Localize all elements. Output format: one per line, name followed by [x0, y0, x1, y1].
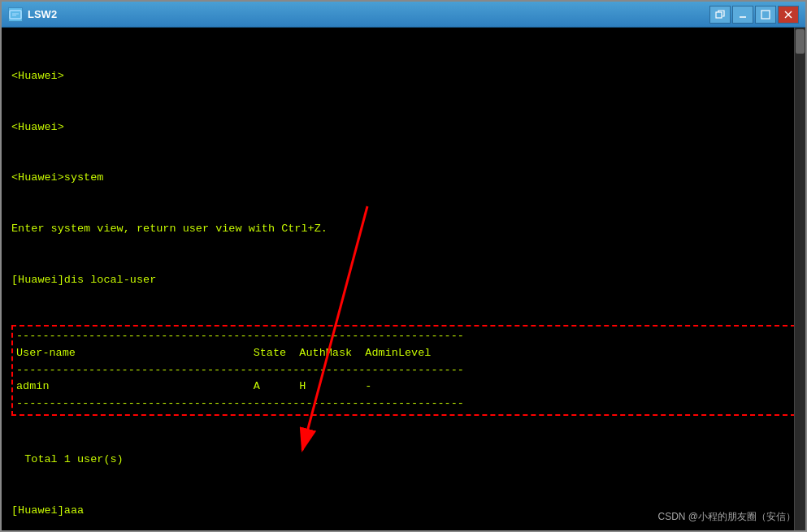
table-header: User-name State AuthMask AdminLevel [13, 345, 794, 362]
title-bar: LSW2 [2, 2, 805, 28]
terminal-line: [Huawei]dis local-user [11, 272, 796, 289]
maximize-button[interactable] [755, 6, 776, 24]
title-buttons [709, 6, 799, 24]
table-separator2: ----------------------------------------… [13, 362, 794, 379]
close-button[interactable] [778, 6, 799, 24]
watermark: CSDN @小程的朋友圈（安信） [657, 510, 796, 524]
terminal[interactable]: <Huawei> <Huawei> <Huawei>system Enter s… [2, 28, 805, 530]
terminal-content: <Huawei> <Huawei> <Huawei>system Enter s… [11, 34, 796, 323]
terminal-line: <Huawei> [11, 119, 796, 136]
svg-rect-3 [716, 12, 722, 18]
svg-rect-5 [761, 11, 770, 19]
table-separator: ----------------------------------------… [13, 328, 794, 345]
app-icon [8, 7, 23, 22]
minimize-button[interactable] [732, 6, 753, 24]
table-row: admin A H - [13, 378, 794, 396]
table-separator3: ----------------------------------------… [13, 396, 794, 413]
user-table-box: ----------------------------------------… [11, 325, 796, 417]
restore-button[interactable] [709, 6, 731, 24]
scrollbar-thumb[interactable] [796, 29, 805, 54]
terminal-line: Enter system view, return user view with… [11, 221, 796, 238]
terminal-line: Total 1 user(s) [11, 452, 796, 469]
window: LSW2 [0, 0, 807, 532]
svg-rect-0 [10, 11, 21, 19]
terminal-line: <Huawei> [11, 68, 796, 85]
window-title: LSW2 [28, 8, 57, 20]
title-bar-left: LSW2 [8, 7, 57, 22]
scrollbar[interactable] [794, 28, 805, 530]
terminal-line: <Huawei>system [11, 170, 796, 187]
